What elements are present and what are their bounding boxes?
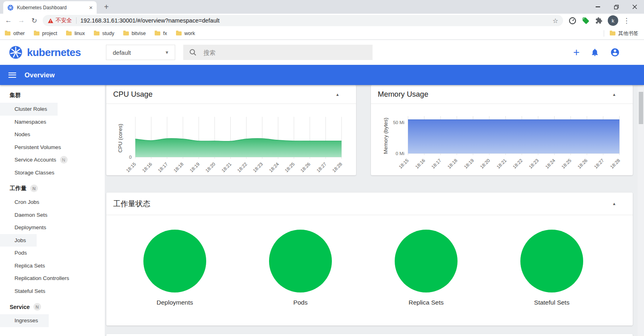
sidebar-item-storage-classes[interactable]: Storage Classes xyxy=(0,166,105,179)
sidebar-section-cluster: 集群 xyxy=(0,88,105,103)
namespace-select[interactable]: default ▼ xyxy=(106,45,175,60)
sidebar-item-cron-jobs[interactable]: Cron Jobs xyxy=(0,196,105,209)
bookmark-star-icon[interactable]: ☆ xyxy=(553,17,558,25)
sidebar-item-stateful-sets[interactable]: Stateful Sets xyxy=(0,285,105,298)
bookmark-folder-project[interactable]: project xyxy=(34,31,58,36)
x-axis-tick-label: 18:16 xyxy=(141,162,153,174)
search-input[interactable] xyxy=(203,49,367,56)
tag-extension-icon[interactable] xyxy=(582,17,590,25)
forward-icon[interactable]: → xyxy=(16,15,27,26)
sidebar-item-jobs[interactable]: Jobs xyxy=(0,234,37,247)
pods-pie-chart xyxy=(269,230,332,292)
sidebar-item-persistent-volumes[interactable]: Persistent Volumes xyxy=(0,141,105,154)
back-icon[interactable]: ← xyxy=(3,15,14,26)
cpu-usage-card: CPU Usage ▲ 18:1518:1618:1718:1818:1918:… xyxy=(106,85,356,175)
folder-icon xyxy=(94,31,99,35)
x-axis-tick-label: 18:28 xyxy=(331,162,344,174)
stateful-sets-pie-chart xyxy=(520,230,583,292)
collapse-arrow-icon[interactable]: ▲ xyxy=(335,92,340,97)
bookmark-folder-linux[interactable]: linux xyxy=(66,31,85,36)
url-text[interactable]: 192.168.31.61:30001/#/overview?namespace… xyxy=(81,17,553,24)
workload-status-card: 工作量状态 ▲ Deployments Pods Replica Sets xyxy=(106,193,633,326)
x-axis-tick-label: 18:23 xyxy=(252,162,264,174)
replica-sets-pie-chart xyxy=(395,230,458,292)
bookmark-folder-other[interactable]: other xyxy=(5,31,25,36)
folder-icon xyxy=(123,31,129,35)
folder-icon xyxy=(66,31,72,35)
folder-icon xyxy=(176,31,182,35)
window-close-button[interactable] xyxy=(625,0,644,14)
sidebar-item-ingresses[interactable]: Ingresses xyxy=(0,314,49,327)
tab-close-icon[interactable]: × xyxy=(88,4,93,11)
content-area: 集群 Cluster Roles Namespaces Nodes Persis… xyxy=(0,85,644,336)
x-axis-tick-label: 18:21 xyxy=(495,158,507,170)
other-bookmarks[interactable]: 其他书签 xyxy=(610,30,638,37)
pie-label: Deployments xyxy=(157,299,193,306)
extensions-puzzle-icon[interactable] xyxy=(595,17,603,24)
sidebar-item-cluster-roles[interactable]: Cluster Roles xyxy=(0,103,58,116)
create-resource-icon[interactable]: + xyxy=(573,48,580,57)
search-icon xyxy=(189,48,197,56)
brand-text: kubernetes xyxy=(27,46,81,59)
notifications-bell-icon[interactable] xyxy=(590,48,599,57)
browser-toolbar: ← → ↻ 不安全 192.168.31.61:30001/#/overview… xyxy=(0,14,644,27)
search-box[interactable] xyxy=(183,45,373,60)
new-tab-button[interactable]: + xyxy=(101,2,111,12)
browser-tab-strip: Kubernetes Dashboard × + xyxy=(0,0,644,14)
bookmarks-bar: other project linux study bitvise fx wor… xyxy=(0,27,644,40)
browser-window: Kubernetes Dashboard × + ← → ↻ 不安全 192.1… xyxy=(0,0,644,336)
y-axis-tick-label: 0 Mi xyxy=(396,151,404,156)
chevron-down-icon: ▼ xyxy=(165,50,169,55)
memory-usage-title: Memory Usage xyxy=(378,90,428,99)
y-axis-label: CPU (cores) xyxy=(117,124,123,153)
browser-tab[interactable]: Kubernetes Dashboard × xyxy=(3,1,97,14)
x-axis-tick-label: 18:15 xyxy=(398,158,410,170)
folder-icon xyxy=(34,31,39,35)
pie-label: Replica Sets xyxy=(408,299,443,306)
address-bar[interactable]: 不安全 192.168.31.61:30001/#/overview?names… xyxy=(43,15,563,26)
browser-profile-avatar[interactable]: k xyxy=(608,15,618,26)
sidebar-item-deployments[interactable]: Deployments xyxy=(0,221,105,234)
y-axis-tick-label: 0 xyxy=(129,155,132,160)
sidebar-item-nodes[interactable]: Nodes xyxy=(0,128,105,141)
sidebar-item-replica-sets[interactable]: Replica Sets xyxy=(0,259,105,272)
x-axis-tick-label: 18:18 xyxy=(173,162,185,174)
x-axis-tick-label: 18:16 xyxy=(414,158,426,170)
sidebar-item-pods[interactable]: Pods xyxy=(0,247,105,259)
sidebar-item-namespaces[interactable]: Namespaces xyxy=(0,116,105,129)
speedtest-extension-icon[interactable] xyxy=(569,17,576,25)
bookmark-folder-work[interactable]: work xyxy=(176,31,195,36)
window-restore-button[interactable] xyxy=(607,0,625,14)
bookmark-folder-bitvise[interactable]: bitvise xyxy=(123,31,146,36)
browser-menu-icon[interactable]: ⋮ xyxy=(623,17,630,25)
hamburger-menu-icon[interactable] xyxy=(8,71,16,79)
x-axis-tick-label: 18:24 xyxy=(268,162,280,174)
collapse-arrow-icon[interactable]: ▲ xyxy=(612,201,616,206)
sidebar-item-daemon-sets[interactable]: Daemon Sets xyxy=(0,209,105,222)
x-axis-tick-label: 18:28 xyxy=(609,158,621,170)
folder-icon xyxy=(5,31,10,35)
collapse-arrow-icon[interactable]: ▲ xyxy=(612,92,616,97)
bookmark-folder-study[interactable]: study xyxy=(94,31,114,36)
next-card-edge xyxy=(106,334,633,336)
y-axis-tick-label: 50 Mi xyxy=(393,120,404,125)
bookmark-folder-fx[interactable]: fx xyxy=(155,31,167,36)
user-profile-icon[interactable] xyxy=(610,48,620,57)
scrollbar-thumb[interactable] xyxy=(639,92,643,124)
namespace-value: default xyxy=(113,49,131,56)
window-minimize-button[interactable] xyxy=(588,0,607,14)
vertical-scrollbar[interactable] xyxy=(638,85,644,336)
main-panel: CPU Usage ▲ 18:1518:1618:1718:1818:1918:… xyxy=(105,85,644,336)
refresh-icon[interactable]: ↻ xyxy=(29,15,39,26)
sidebar-item-replication-controllers[interactable]: Replication Controllers xyxy=(0,272,105,285)
workload-pie-replica-sets: Replica Sets xyxy=(363,215,489,306)
workload-pie-pods: Pods xyxy=(238,215,363,306)
workload-pie-deployments: Deployments xyxy=(112,215,238,306)
workload-pie-stateful-sets: Stateful Sets xyxy=(489,215,615,306)
cpu-usage-title: CPU Usage xyxy=(113,90,153,99)
sidebar-item-service-accounts[interactable]: Service AccountsN xyxy=(0,153,105,166)
x-axis-tick-label: 18:20 xyxy=(479,158,491,170)
kubernetes-logo[interactable]: kubernetes xyxy=(8,45,81,60)
not-secure-warning-icon xyxy=(48,18,54,23)
security-chip-label[interactable]: 不安全 xyxy=(56,17,72,24)
